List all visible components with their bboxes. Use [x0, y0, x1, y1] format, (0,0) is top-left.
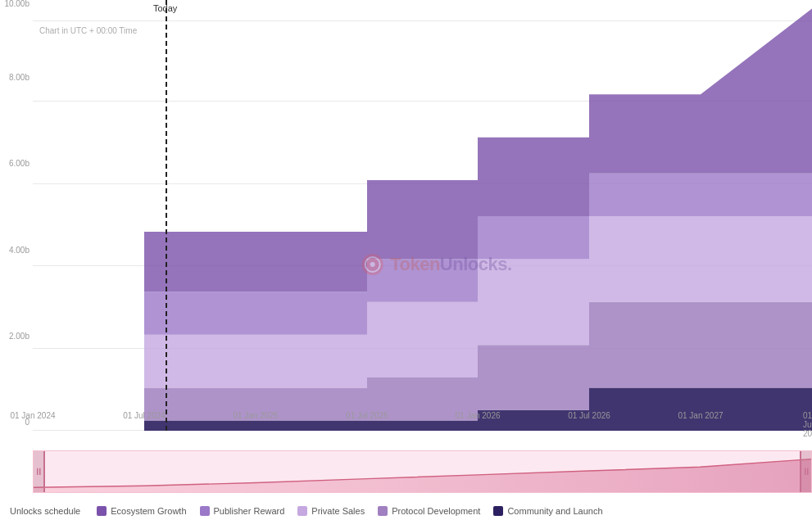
handle-right-icon: ⏸	[801, 466, 811, 477]
community-swatch	[493, 506, 503, 516]
legend-label-private: Private Sales	[311, 506, 365, 516]
y-axis: 0 2.00b 4.00b 6.00b 8.00b 10.00b	[0, 0, 33, 431]
x-label-jul2025: 01 Jul 2025	[346, 411, 388, 420]
legend-item-community: Community and Launch	[493, 506, 602, 516]
protocol-swatch	[378, 506, 388, 516]
x-label-jul2026: 01 Jul 2026	[568, 411, 610, 420]
x-label-jan2024: 01 Jan 2024	[10, 411, 55, 420]
legend-label-ecosystem: Ecosystem Growth	[111, 506, 186, 516]
handle-left-icon: ⏸	[34, 466, 43, 477]
minimap-svg	[34, 451, 811, 492]
legend-schedule-label: Unlocks schedule	[10, 506, 80, 516]
publisher-swatch	[200, 506, 210, 516]
chart-svg	[33, 0, 812, 431]
x-label-jan2025: 01 Jan 2025	[233, 411, 278, 420]
legend-item-ecosystem: Ecosystem Growth	[97, 506, 186, 516]
today-line	[166, 0, 167, 431]
ecosystem-swatch	[97, 506, 107, 516]
minimap[interactable]: ⏸ ⏸	[33, 450, 812, 493]
svg-marker-3	[34, 459, 811, 492]
private-swatch	[297, 506, 307, 516]
x-label-jan2027: 01 Jan 2027	[678, 411, 723, 420]
y-label-10b: 10.00b	[4, 0, 29, 8]
legend-label-publisher: Publisher Reward	[214, 506, 285, 516]
legend-item-publisher: Publisher Reward	[200, 506, 285, 516]
y-label-4b: 4.00b	[9, 245, 29, 254]
minimap-handle-left[interactable]: ⏸	[34, 451, 45, 492]
legend-label-protocol: Protocol Development	[392, 506, 480, 516]
x-axis: 01 Jan 2024 01 Jul 2024 01 Jan 2025 01 J…	[33, 411, 812, 431]
legend-item-protocol: Protocol Development	[378, 506, 480, 516]
minimap-handle-right[interactable]: ⏸	[800, 451, 811, 492]
legend: Unlocks schedule Ecosystem Growth Publis…	[0, 493, 812, 529]
x-label-jul2024: 01 Jul 2024	[123, 411, 166, 420]
chart-subtitle: Chart in UTC + 00:00 Time	[39, 26, 137, 35]
x-label-jul2027: 01 Jul 2027	[803, 411, 812, 438]
chart-container: 0 2.00b 4.00b 6.00b 8.00b 10.00b	[0, 0, 812, 529]
y-label-8b: 8.00b	[9, 73, 29, 82]
legend-label-community: Community and Launch	[507, 506, 602, 516]
y-label-6b: 6.00b	[9, 159, 29, 168]
legend-item-private: Private Sales	[297, 506, 365, 516]
y-label-2b: 2.00b	[9, 331, 29, 340]
x-label-jan2026: 01 Jan 2026	[455, 411, 500, 420]
